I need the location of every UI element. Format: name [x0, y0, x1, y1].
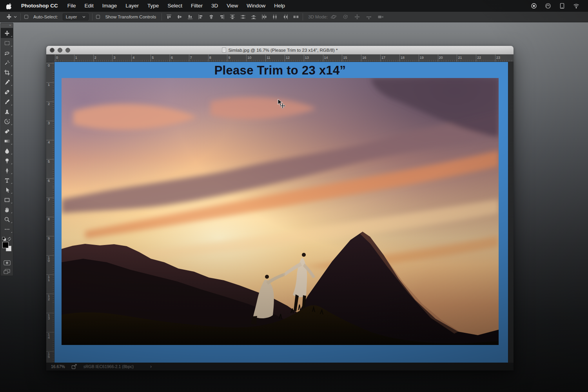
- h-ruler-number: 8: [209, 56, 211, 60]
- dist-top-icon[interactable]: [229, 14, 236, 20]
- horizontal-ruler: 01234567891011121314151617181920212223: [54, 54, 514, 62]
- menu-3d[interactable]: 3D: [207, 0, 222, 12]
- auto-select-target-dropdown[interactable]: Layer: [63, 13, 89, 20]
- minimize-button[interactable]: [58, 48, 62, 53]
- tool-dodge[interactable]: [1, 156, 13, 165]
- tool-flyout-indicator: [11, 85, 12, 86]
- tool-crop[interactable]: [1, 67, 13, 77]
- tool-flyout-indicator: [11, 173, 12, 174]
- apple-menu-icon[interactable]: [6, 3, 12, 9]
- window-body: 01234567891011121314151617181920212223 0…: [46, 54, 514, 363]
- status-chevron-icon[interactable]: ›: [150, 364, 152, 369]
- align-bottom-icon[interactable]: [187, 14, 193, 20]
- tool-eraser[interactable]: [1, 126, 13, 136]
- menu-select[interactable]: Select: [163, 0, 187, 12]
- zoom-level-field[interactable]: 16.67%: [51, 364, 65, 369]
- export-icon[interactable]: [71, 364, 77, 369]
- window-title-bar[interactable]: Simlab.jpg @ 16.7% (Please Trim to 23 x1…: [46, 46, 514, 54]
- menu-edit[interactable]: Edit: [80, 0, 98, 12]
- tool-flyout-indicator: [11, 36, 12, 37]
- h-ruler-tick: [323, 54, 323, 62]
- screen-mode-button[interactable]: [1, 267, 13, 276]
- wifi-icon[interactable]: [573, 3, 579, 9]
- menu-view[interactable]: View: [222, 0, 242, 12]
- tool-gradient[interactable]: [1, 136, 13, 146]
- align-top-icon[interactable]: [165, 14, 172, 20]
- tool-magic-wand[interactable]: [1, 58, 13, 67]
- foreground-color-swatch[interactable]: [2, 242, 9, 248]
- 3d-roll-icon: [342, 14, 348, 20]
- scrollbar-track[interactable]: [508, 62, 514, 363]
- menu-photoshop-cc[interactable]: Photoshop CC: [16, 0, 63, 12]
- dist-right-icon[interactable]: [282, 14, 289, 20]
- dist-center-icon[interactable]: [271, 14, 278, 20]
- dist-middle-icon[interactable]: [240, 14, 246, 20]
- h-ruler-tick: [246, 54, 247, 62]
- auto-select-checkbox[interactable]: [24, 15, 28, 19]
- panel-collapse-button[interactable]: »: [1, 23, 13, 28]
- tool-blur[interactable]: [1, 146, 13, 156]
- h-ruler-number: 2: [94, 56, 96, 60]
- menu-window[interactable]: Window: [242, 0, 270, 12]
- dist-spacing-icon[interactable]: [292, 14, 299, 20]
- tool-panel: »: [0, 23, 13, 276]
- tool-zoom[interactable]: [1, 214, 13, 224]
- creative-cloud-icon[interactable]: [545, 3, 551, 9]
- dist-bottom-icon[interactable]: [250, 14, 257, 20]
- dist-left-icon[interactable]: [261, 14, 267, 20]
- menu-file[interactable]: File: [63, 0, 80, 12]
- menu-image[interactable]: Image: [98, 0, 122, 12]
- auto-select-target-value: Layer: [66, 15, 77, 19]
- h-ruler-number: 3: [113, 56, 115, 60]
- tool-brush[interactable]: [1, 97, 13, 107]
- canvas[interactable]: Please Trim to 23 x14”: [54, 62, 508, 363]
- v-ruler-number: 1: [48, 83, 50, 87]
- tool-move[interactable]: [1, 28, 13, 38]
- v-ruler-number: 1 5: [48, 352, 50, 359]
- close-button[interactable]: [50, 48, 54, 53]
- tool-more-options[interactable]: [1, 224, 13, 234]
- v-ruler-tick: [46, 140, 54, 140]
- zoom-window-button[interactable]: [65, 48, 70, 53]
- separator: [92, 13, 93, 20]
- v-ruler-tick: [46, 198, 54, 198]
- h-ruler-number: 5: [152, 56, 154, 60]
- menu-filter[interactable]: Filter: [187, 0, 207, 12]
- align-middle-icon[interactable]: [176, 14, 183, 20]
- v-ruler-tick: [46, 332, 54, 332]
- display-icon[interactable]: [559, 3, 565, 9]
- tool-eyedropper[interactable]: [1, 77, 13, 87]
- quick-mask-button[interactable]: [1, 258, 13, 267]
- tool-flyout-indicator: [11, 75, 12, 76]
- tool-hand[interactable]: [1, 205, 13, 214]
- menu-layer[interactable]: Layer: [121, 0, 143, 12]
- traffic-lights: [50, 48, 70, 53]
- align-right-icon[interactable]: [218, 14, 225, 20]
- tool-lasso[interactable]: [1, 48, 13, 58]
- h-ruler-tick: [131, 54, 132, 62]
- tool-healing-brush[interactable]: [1, 87, 13, 97]
- align-left-icon[interactable]: [197, 14, 204, 20]
- tool-pen[interactable]: [1, 165, 13, 175]
- tool-flyout-indicator: [11, 94, 12, 96]
- h-ruler-tick: [495, 54, 495, 62]
- h-ruler-tick: [285, 54, 285, 62]
- menu-help[interactable]: Help: [270, 0, 289, 12]
- screen-record-icon[interactable]: [531, 3, 537, 9]
- tool-flyout-indicator: [11, 143, 12, 145]
- tool-rectangle[interactable]: [1, 195, 13, 205]
- tool-marquee[interactable]: [1, 38, 13, 48]
- h-ruler-tick: [304, 54, 304, 62]
- tool-path-select[interactable]: [1, 185, 13, 195]
- v-ruler-tick: [46, 102, 54, 102]
- h-ruler-number: 12: [286, 56, 290, 60]
- active-tool-badge[interactable]: [5, 14, 17, 20]
- tool-flyout-indicator: [11, 212, 12, 213]
- tool-clone-stamp[interactable]: [1, 107, 13, 116]
- tool-history-brush[interactable]: [1, 116, 13, 126]
- h-ruler-number: 7: [190, 56, 192, 60]
- align-center-icon[interactable]: [208, 14, 214, 20]
- tool-type[interactable]: [1, 175, 13, 185]
- menu-type[interactable]: Type: [143, 0, 163, 12]
- show-transform-checkbox[interactable]: [96, 15, 100, 19]
